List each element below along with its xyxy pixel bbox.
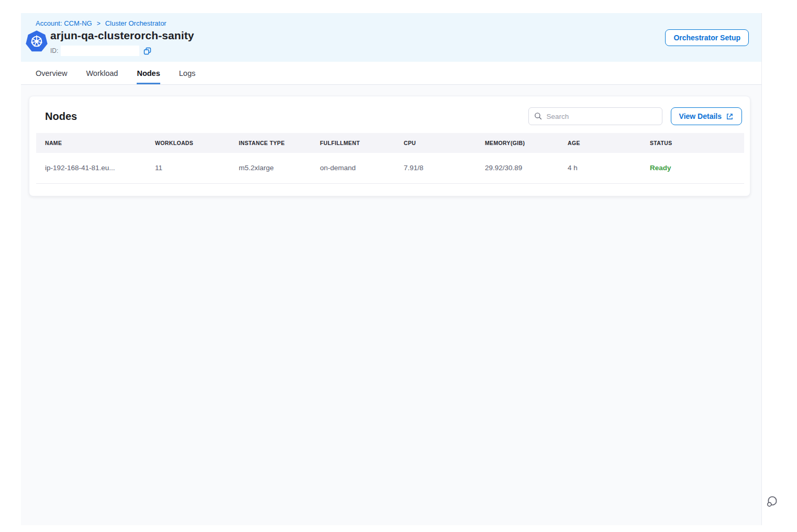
- tab-logs[interactable]: Logs: [179, 62, 195, 84]
- orchestrator-setup-button[interactable]: Orchestrator Setup: [665, 29, 749, 46]
- main-area: Nodes View Details: [21, 85, 761, 525]
- kubernetes-icon: [25, 30, 48, 53]
- column-header-fulfillment: FULFILLMENT: [311, 133, 395, 153]
- cluster-id-value: [61, 46, 139, 56]
- cell-node-name: ip-192-168-41-81.eu...: [36, 153, 146, 183]
- copy-icon[interactable]: [142, 46, 152, 56]
- tab-nodes[interactable]: Nodes: [137, 62, 160, 84]
- column-header-memory: MEMORY(GIB): [476, 133, 559, 153]
- nodes-card: Nodes View Details: [29, 96, 750, 196]
- cell-instance-type: m5.2xlarge: [230, 153, 311, 183]
- cell-cpu: 7.91/8: [395, 153, 476, 183]
- nodes-heading: Nodes: [45, 110, 77, 123]
- external-link-icon: [726, 113, 734, 120]
- tab-workload[interactable]: Workload: [86, 62, 118, 84]
- column-header-name: NAME: [36, 133, 146, 153]
- column-header-status: STATUS: [641, 133, 744, 153]
- breadcrumb-cluster-orchestrator-link[interactable]: Cluster Orchestrator: [105, 19, 167, 27]
- cluster-id-row: ID:: [50, 46, 152, 56]
- status-badge: Ready: [641, 153, 744, 183]
- column-header-instance-type: INSTANCE TYPE: [230, 133, 311, 153]
- nodes-card-header: Nodes View Details: [36, 96, 743, 131]
- breadcrumb: Account: CCM-NG > Cluster Orchestrator: [36, 19, 167, 27]
- table-row[interactable]: ip-192-168-41-81.eu... 11 m5.2xlarge on-…: [36, 153, 744, 183]
- column-header-workloads: WORKLOADS: [146, 133, 230, 153]
- column-header-cpu: CPU: [395, 133, 476, 153]
- search-input[interactable]: [528, 107, 662, 125]
- view-details-button[interactable]: View Details: [671, 107, 742, 125]
- orchestrator-setup-label: Orchestrator Setup: [673, 34, 740, 42]
- nodes-table: NAME WORKLOADS INSTANCE TYPE FULFILLMENT…: [36, 133, 744, 184]
- cluster-tabs: Overview Workload Nodes Logs: [21, 62, 761, 85]
- cell-age: 4 h: [559, 153, 641, 183]
- page-title: arjun-qa-clusterorch-sanity: [50, 29, 194, 42]
- breadcrumb-account-link[interactable]: Account: CCM-NG: [36, 19, 92, 27]
- cell-workloads: 11: [146, 153, 230, 183]
- cell-memory: 29.92/30.89: [476, 153, 559, 183]
- cell-fulfillment: on-demand: [311, 153, 395, 183]
- column-header-age: AGE: [559, 133, 641, 153]
- cluster-header: Account: CCM-NG > Cluster Orchestrator: [21, 13, 761, 62]
- tab-overview[interactable]: Overview: [36, 62, 67, 84]
- id-label: ID:: [50, 47, 58, 54]
- page-content: Account: CCM-NG > Cluster Orchestrator: [21, 13, 762, 525]
- chat-help-icon[interactable]: [765, 494, 779, 509]
- view-details-label: View Details: [679, 112, 722, 120]
- breadcrumb-separator-icon: >: [97, 20, 101, 27]
- node-search: [528, 107, 662, 125]
- table-header-row: NAME WORKLOADS INSTANCE TYPE FULFILLMENT…: [36, 133, 744, 153]
